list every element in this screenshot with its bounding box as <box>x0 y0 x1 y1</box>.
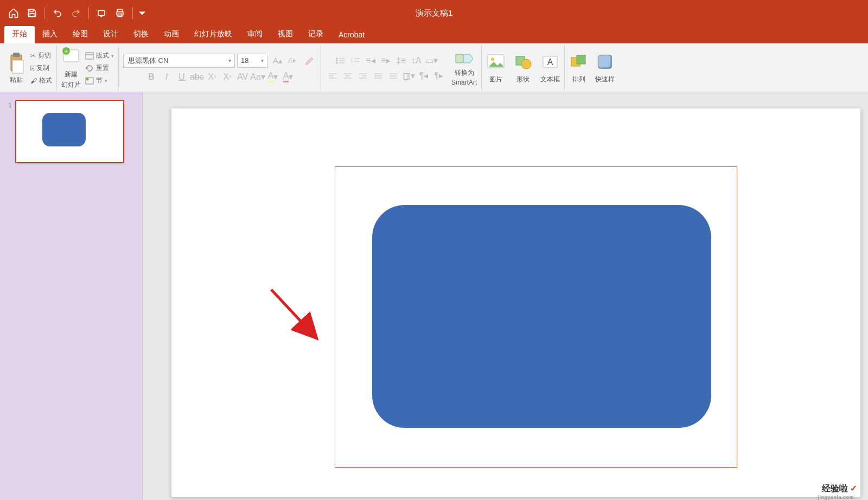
align-center-icon[interactable] <box>341 70 355 82</box>
watermark: 经验啦 ✓ jingyanla.com <box>822 483 857 495</box>
italic-icon[interactable]: I <box>159 71 174 83</box>
ribbon: 粘贴 ✂ 剪切 ⎘ 复制 🖌 格式 + 新建 幻灯片 <box>0 43 868 92</box>
underline-icon[interactable]: U <box>175 71 189 83</box>
svg-rect-0 <box>30 9 33 12</box>
ribbon-tabs: 开始 插入 绘图 设计 切换 动画 幻灯片放映 审阅 视图 记录 Acrobat <box>0 26 868 43</box>
tab-transition[interactable]: 切换 <box>126 26 156 43</box>
divider <box>88 7 89 19</box>
font-size-select[interactable]: 18 ▾ <box>237 54 267 68</box>
align-right-icon[interactable] <box>356 70 370 82</box>
paste-button[interactable]: 粘贴 <box>8 52 25 85</box>
svg-rect-50 <box>597 54 610 67</box>
font-name-value: 思源黑体 CN <box>128 56 168 66</box>
customize-qat-icon[interactable] <box>137 5 147 21</box>
strikethrough-icon[interactable]: abc <box>190 71 204 83</box>
arrange-button[interactable]: 排列 <box>569 52 589 84</box>
slide-thumbnail-1[interactable] <box>15 100 124 163</box>
divider <box>44 7 45 19</box>
watermark-sub: jingyanla.com <box>818 495 854 500</box>
align-text-icon[interactable]: ▭▾ <box>424 55 438 67</box>
copy-button[interactable]: ⎘ 复制 <box>30 63 49 73</box>
watermark-check: ✓ <box>850 484 857 493</box>
char-spacing-icon[interactable]: AV <box>235 71 250 83</box>
font-color-icon[interactable]: A▾ <box>281 71 295 83</box>
textbox-button[interactable]: A 文本框 <box>540 52 560 84</box>
justify-icon[interactable] <box>371 70 385 82</box>
tab-design[interactable]: 设计 <box>95 26 126 43</box>
home-icon[interactable] <box>5 5 22 21</box>
group-insert: 图片 形状 A 文本框 <box>482 46 565 91</box>
bullet-list-icon[interactable] <box>333 55 347 67</box>
tab-draw[interactable]: 绘图 <box>65 26 95 43</box>
rounded-rectangle-shape[interactable] <box>372 205 711 428</box>
copy-label: 复制 <box>36 63 49 73</box>
text-direction-icon[interactable]: ↕A <box>409 55 423 67</box>
chevron-down-icon: ▾ <box>261 57 264 63</box>
tab-acrobat[interactable]: Acrobat <box>331 27 372 43</box>
clear-formatting-icon[interactable] <box>302 55 316 67</box>
tab-home[interactable]: 开始 <box>4 26 35 43</box>
font-size-value: 18 <box>241 56 248 65</box>
reset-button[interactable]: 重置 <box>85 63 109 73</box>
slide-number: 1 <box>4 100 12 492</box>
svg-text:A: A <box>547 57 553 67</box>
rtl-icon[interactable]: ¶◂ <box>417 70 431 82</box>
superscript-icon[interactable]: X2 <box>205 71 219 83</box>
format-label: 格式 <box>39 76 52 85</box>
new-slide-button[interactable]: + 新建 幻灯片 <box>61 47 81 89</box>
tab-animation[interactable]: 动画 <box>156 26 187 43</box>
scissors-icon: ✂ <box>30 52 36 60</box>
decrease-font-icon[interactable]: A▾ <box>285 55 299 67</box>
smartart-button[interactable]: 转换为 SmartArt <box>451 50 477 86</box>
svg-rect-1 <box>30 14 34 17</box>
arrange-label: 排列 <box>572 75 585 84</box>
columns-icon[interactable]: ▥▾ <box>401 70 416 82</box>
increase-indent-icon[interactable]: ≡▸ <box>379 55 393 67</box>
font-name-select[interactable]: 思源黑体 CN ▾ <box>123 54 235 68</box>
change-case-icon[interactable]: Aa▾ <box>251 71 265 83</box>
canvas-area[interactable]: 经验啦 ✓ jingyanla.com <box>143 92 868 500</box>
reset-icon <box>85 65 94 72</box>
picture-button[interactable]: 图片 <box>486 52 506 84</box>
new-slide-label-2: 幻灯片 <box>61 80 81 89</box>
tab-view[interactable]: 视图 <box>270 26 301 43</box>
svg-line-51 <box>271 290 317 338</box>
line-spacing-icon[interactable]: ‡≡ <box>394 55 408 67</box>
svg-rect-48 <box>577 55 585 64</box>
svg-rect-7 <box>13 53 20 57</box>
subscript-icon[interactable]: X2 <box>220 71 234 83</box>
tab-record[interactable]: 记录 <box>301 26 331 43</box>
format-painter-button[interactable]: 🖌 格式 <box>30 76 52 85</box>
print-icon[interactable] <box>112 5 128 21</box>
touch-mode-icon[interactable] <box>93 5 110 21</box>
increase-font-icon[interactable]: A▴ <box>271 55 285 67</box>
smartart-label-2: SmartArt <box>451 79 477 86</box>
tab-review[interactable]: 审阅 <box>240 26 270 43</box>
slide-canvas[interactable]: 经验啦 ✓ jingyanla.com <box>171 108 860 497</box>
watermark-text: 经验啦 <box>822 484 848 493</box>
undo-icon[interactable] <box>49 5 66 21</box>
section-button[interactable]: 节 ▾ <box>85 76 107 85</box>
shape-button[interactable]: 形状 <box>513 52 533 84</box>
copy-icon: ⎘ <box>30 65 34 72</box>
quick-styles-button[interactable]: 快速样 <box>595 52 615 84</box>
cut-button[interactable]: ✂ 剪切 <box>30 51 51 60</box>
svg-point-20 <box>336 62 338 63</box>
tab-slideshow[interactable]: 幻灯片放映 <box>187 26 240 43</box>
save-icon[interactable] <box>24 5 40 21</box>
highlight-icon[interactable]: A▾ <box>266 71 280 83</box>
number-list-icon[interactable]: 12 <box>348 55 362 67</box>
shape-label: 形状 <box>516 75 529 84</box>
quick-styles-label: 快速样 <box>595 75 615 84</box>
layout-button[interactable]: 版式 ▾ <box>85 51 114 60</box>
bold-icon[interactable]: B <box>144 71 158 83</box>
svg-point-44 <box>521 59 531 69</box>
decrease-indent-icon[interactable]: ≡◂ <box>363 55 378 67</box>
distribute-icon[interactable] <box>386 70 400 82</box>
ltr-icon[interactable]: ¶▸ <box>432 70 446 82</box>
redo-icon[interactable] <box>68 5 84 21</box>
align-left-icon[interactable] <box>326 70 340 82</box>
group-slides: + 新建 幻灯片 版式 ▾ 重置 节 ▾ <box>57 46 119 91</box>
tab-insert[interactable]: 插入 <box>35 26 65 43</box>
svg-point-16 <box>336 57 338 59</box>
